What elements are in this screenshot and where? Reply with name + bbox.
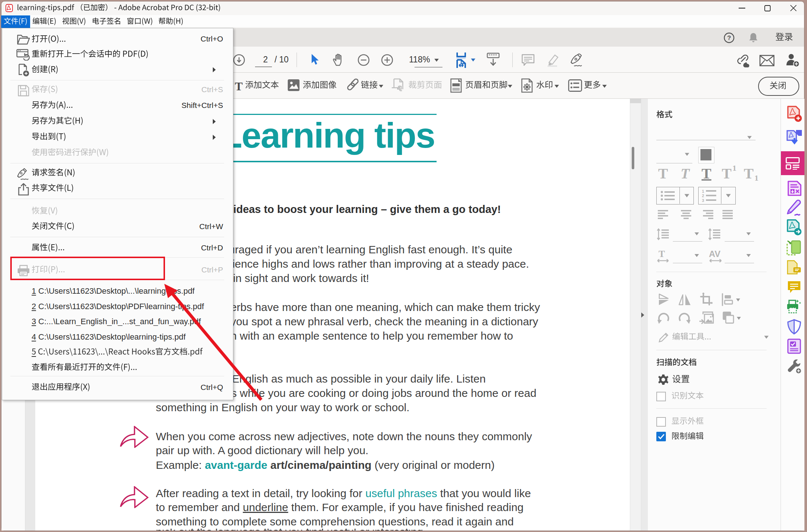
svg-text:3: 3 (702, 198, 704, 203)
svg-text:1: 1 (702, 189, 704, 193)
svg-text:2: 2 (702, 193, 704, 198)
svg-text:T: T (659, 250, 665, 259)
svg-text:?: ? (727, 35, 731, 41)
svg-text:AV: AV (709, 250, 721, 259)
